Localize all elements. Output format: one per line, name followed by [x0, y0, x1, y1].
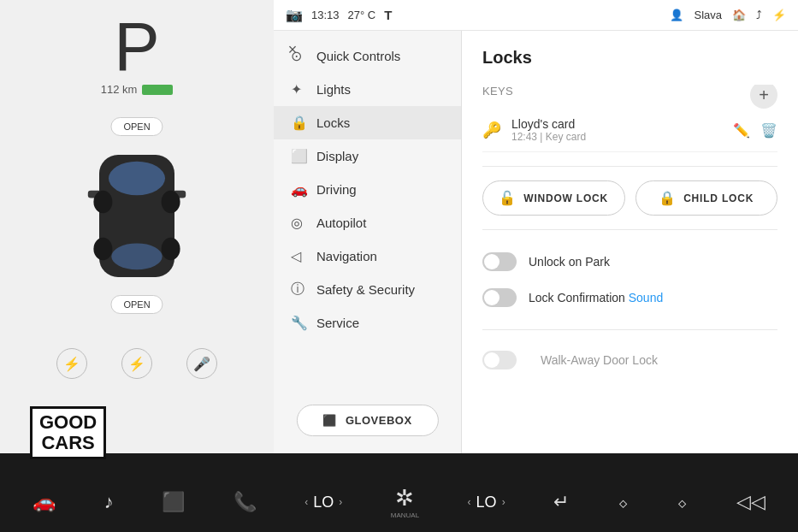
- user-name: Slava: [694, 9, 722, 21]
- wifi-icon: ⤴: [756, 9, 762, 21]
- lock-confirm-highlight: Sound: [629, 291, 663, 304]
- menu-item-locks[interactable]: 🔒 Locks: [274, 106, 461, 139]
- temp-right-prev[interactable]: ‹: [468, 496, 471, 508]
- delete-key-button[interactable]: 🗑️: [760, 122, 777, 139]
- svg-point-5: [93, 191, 112, 213]
- user-icon: 👤: [670, 9, 683, 21]
- open-bottom-button[interactable]: OPEN: [110, 295, 163, 314]
- divider-3: [482, 329, 777, 330]
- autopilot-icon: ◎: [291, 215, 303, 231]
- menu-item-display[interactable]: ⬜ Display: [274, 139, 461, 173]
- temp-left-control: ‹ LO ›: [304, 494, 342, 511]
- close-button[interactable]: ×: [281, 38, 304, 62]
- taskbar-music-icon[interactable]: ♪: [104, 491, 114, 513]
- time-display: 13:13: [311, 9, 340, 21]
- service-icon: 🔧: [291, 315, 308, 331]
- menu-item-safety[interactable]: ⓘ Safety & Security: [274, 273, 461, 306]
- unlock-park-label: Unlock on Park: [529, 255, 610, 269]
- window-lock-icon: 🔓: [499, 190, 517, 206]
- key-name: Lloyd's card: [511, 117, 733, 131]
- key-actions: ✏️ 🗑️: [733, 122, 777, 139]
- temperature-display: 27° C: [348, 9, 376, 21]
- driving-icon: 🚗: [291, 181, 308, 198]
- svg-point-8: [162, 238, 180, 260]
- logo-text: GOOD CARS: [39, 412, 97, 453]
- camera-icon: 📷: [286, 7, 303, 23]
- navigation-icon: ◁: [291, 248, 301, 264]
- fan-icon: ✲: [395, 485, 414, 511]
- glovebox-icon: ⬛: [322, 414, 337, 427]
- taskbar-screen-icon[interactable]: ⬛: [162, 491, 185, 513]
- menu-item-driving[interactable]: 🚗 Driving: [274, 173, 461, 206]
- taskbar-return-icon[interactable]: ↵: [553, 491, 569, 513]
- taskbar-controls-icon[interactable]: ◁◁: [736, 491, 765, 513]
- unlock-park-toggle[interactable]: [482, 252, 517, 271]
- status-bar: 📷 13:13 27° C T 👤 Slava 🏠 ⤴ ⚡: [274, 0, 798, 31]
- edit-key-button[interactable]: ✏️: [733, 122, 750, 139]
- svg-point-1: [109, 162, 165, 196]
- walk-away-toggle[interactable]: [482, 351, 517, 369]
- car-svg: [68, 117, 205, 305]
- taskbar-car-icon[interactable]: 🚗: [33, 491, 56, 513]
- locks-icon: 🔒: [291, 115, 308, 131]
- child-lock-icon: 🔒: [659, 190, 677, 206]
- walk-away-item: Walk-Away Door Lock: [482, 344, 777, 376]
- gear-indicator: P: [114, 13, 159, 81]
- battery-info: 112 km: [101, 83, 174, 96]
- car-display: OPEN OPEN: [51, 100, 222, 340]
- menu-item-navigation[interactable]: ◁ Navigation: [274, 239, 461, 273]
- lock-buttons: 🔓 WINDOW LOCK 🔒 CHILD LOCK: [482, 180, 777, 216]
- bluetooth-icon: ⚡: [772, 9, 786, 21]
- unlock-park-toggle-item: Unlock on Park: [482, 244, 777, 280]
- menu-item-lights[interactable]: ✦ Lights: [274, 73, 461, 106]
- open-top-button[interactable]: OPEN: [110, 117, 163, 136]
- left-panel: P 112 km OPEN OPEN ⚡ ⚡ 🎤: [0, 0, 274, 453]
- temp-right-control: ‹ LO ›: [468, 494, 505, 511]
- battery-bar: [142, 85, 173, 95]
- display-icon: ⬜: [291, 148, 308, 164]
- keys-section-label: Keys: [482, 85, 777, 98]
- svg-point-7: [93, 238, 112, 260]
- key-info: Lloyd's card 12:43 | Key card: [511, 117, 733, 143]
- glovebox-button[interactable]: ⬛ GLOVEBOX: [296, 405, 438, 436]
- key-meta: 12:43 | Key card: [511, 131, 733, 143]
- window-lock-button[interactable]: 🔓 WINDOW LOCK: [482, 180, 625, 216]
- add-key-button[interactable]: +: [750, 85, 777, 109]
- key-item: 🔑 Lloyd's card 12:43 | Key card ✏️ 🗑️: [482, 109, 777, 152]
- temp-right-next[interactable]: ›: [502, 496, 505, 508]
- home-icon[interactable]: 🏠: [732, 9, 746, 21]
- svg-point-6: [162, 191, 180, 213]
- temp-left-prev[interactable]: ‹: [304, 496, 308, 508]
- taskbar-defrost-front-icon[interactable]: ⬦: [677, 491, 688, 513]
- tesla-logo: T: [384, 8, 391, 22]
- menu-item-autopilot[interactable]: ◎ Autopilot: [274, 206, 461, 239]
- keys-section: + Keys: [482, 85, 777, 109]
- content-title: Locks: [482, 48, 777, 68]
- svg-point-2: [111, 243, 162, 269]
- divider-2: [482, 229, 777, 230]
- temp-right-value: LO: [476, 494, 497, 511]
- fan-control[interactable]: ✲ MANUAL: [391, 485, 419, 519]
- content-panel: Locks + Keys 🔑 Lloyd's card 12:43 | Key …: [462, 31, 798, 453]
- mic-icon[interactable]: 🎤: [186, 348, 217, 379]
- goodcars-logo: GOOD CARS: [30, 406, 106, 459]
- lock-confirm-label: Lock Confirmation Sound: [529, 291, 663, 304]
- taskbar: 🚗 ♪ ⬛ 📞 ‹ LO › ✲ MANUAL ‹ LO › ↵ ⬦ ⬦ ◁◁: [0, 472, 798, 532]
- lock-confirm-toggle-item: Lock Confirmation Sound: [482, 280, 777, 316]
- car-icons-row: ⚡ ⚡ 🎤: [56, 348, 217, 379]
- temp-left-next[interactable]: ›: [339, 496, 342, 508]
- lights-icon: ✦: [291, 81, 302, 98]
- menu-item-service[interactable]: 🔧 Service: [274, 306, 461, 340]
- menu-panel: ⊙ Quick Controls ✦ Lights 🔒 Locks ⬜ Disp…: [274, 31, 462, 453]
- taskbar-phone-icon[interactable]: 📞: [233, 491, 257, 513]
- key-card-icon: 🔑: [482, 121, 501, 139]
- taskbar-defrost-rear-icon[interactable]: ⬦: [618, 491, 629, 513]
- child-lock-button[interactable]: 🔒 CHILD LOCK: [635, 180, 778, 216]
- temp-left-value: LO: [313, 494, 334, 511]
- bolt-icon[interactable]: ⚡: [121, 348, 152, 379]
- charge-icon[interactable]: ⚡: [56, 348, 87, 379]
- safety-icon: ⓘ: [291, 281, 304, 299]
- lock-confirm-toggle[interactable]: [482, 288, 517, 307]
- status-left: 📷 13:13 27° C T: [286, 7, 391, 23]
- status-right: 👤 Slava 🏠 ⤴ ⚡: [670, 9, 786, 21]
